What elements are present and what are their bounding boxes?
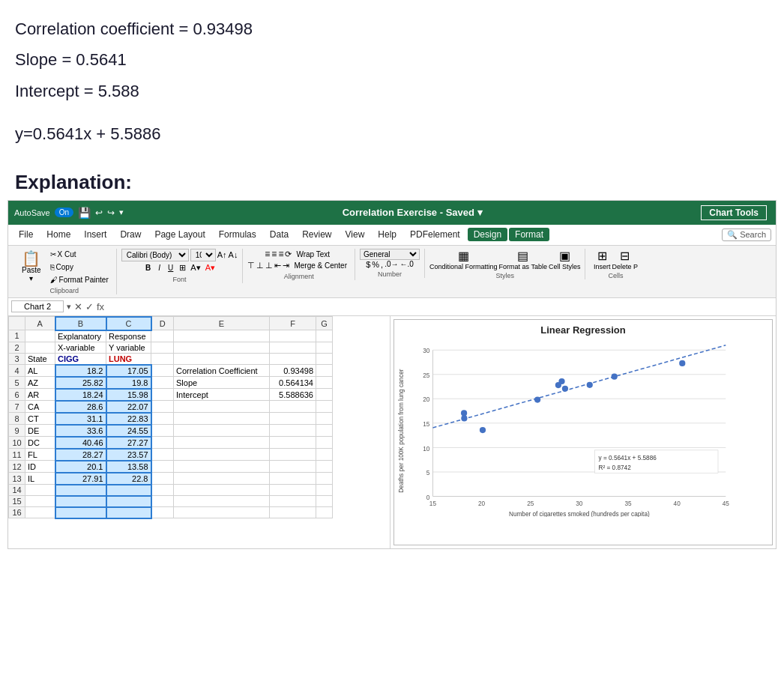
paste-dropdown-icon[interactable]: ▾ [29, 274, 33, 282]
col-header-e[interactable]: E [174, 317, 270, 330]
cell-b4[interactable]: 18.2 [55, 365, 106, 377]
font-family-select[interactable]: Calibri (Body) [121, 249, 189, 261]
cell-e2[interactable] [174, 342, 270, 353]
cell-b12[interactable]: 20.1 [55, 461, 106, 473]
col-header-g[interactable]: G [316, 317, 333, 330]
cell-b5[interactable]: 25.82 [55, 377, 106, 389]
cell-c4[interactable]: 17.05 [106, 365, 151, 377]
cell-f14[interactable] [270, 485, 316, 496]
bold-button[interactable]: B [142, 262, 154, 273]
cell-b8[interactable]: 31.1 [55, 413, 106, 425]
cell-e16[interactable] [174, 507, 270, 518]
cell-a5[interactable]: AZ [25, 377, 55, 389]
cell-g8[interactable] [316, 413, 333, 425]
cell-c12[interactable]: 13.58 [106, 461, 151, 473]
cell-f4[interactable]: 0.93498 [270, 365, 316, 377]
undo-icon[interactable]: ↩ [95, 208, 103, 218]
cell-a7[interactable]: CA [25, 401, 55, 413]
border-icon[interactable]: ⊞ [178, 261, 187, 274]
cell-f6[interactable]: 5.588636 [270, 389, 316, 401]
menu-draw[interactable]: Draw [114, 228, 147, 241]
menu-data[interactable]: Data [264, 228, 295, 241]
cell-g10[interactable] [316, 437, 333, 449]
underline-button[interactable]: U [165, 262, 176, 273]
col-header-b[interactable]: B [55, 317, 106, 330]
cell-e9[interactable] [174, 425, 270, 437]
cell-f2[interactable] [270, 342, 316, 353]
cell-c11[interactable]: 23.57 [106, 449, 151, 461]
cell-a12[interactable]: ID [25, 461, 55, 473]
cell-e6[interactable]: Intercept [174, 389, 270, 401]
cell-f9[interactable] [270, 425, 316, 437]
chart-area[interactable]: Linear Regression Deaths per 100K popula… [391, 316, 776, 548]
cell-a15[interactable] [25, 496, 55, 507]
menu-formulas[interactable]: Formulas [213, 228, 262, 241]
currency-icon[interactable]: $ [366, 260, 370, 269]
menu-insert[interactable]: Insert [78, 228, 112, 241]
cell-b9[interactable]: 33.6 [55, 425, 106, 437]
cell-c2[interactable]: Y variable [106, 342, 151, 353]
fill-color-icon[interactable]: A▾ [189, 261, 202, 274]
increase-decimal-icon[interactable]: .0→ [385, 260, 398, 268]
top-align-icon[interactable]: ⊤ [247, 261, 255, 270]
cell-a14[interactable] [25, 485, 55, 496]
cell-g7[interactable] [316, 401, 333, 413]
cell-f7[interactable] [270, 401, 316, 413]
name-box[interactable] [11, 300, 64, 312]
cell-g13[interactable] [316, 473, 333, 485]
function-icon[interactable]: fx [97, 301, 104, 312]
col-header-a[interactable]: A [25, 317, 55, 330]
cell-c3[interactable]: LUNG [106, 353, 151, 365]
cell-b7[interactable]: 28.6 [55, 401, 106, 413]
cell-g6[interactable] [316, 389, 333, 401]
cell-f10[interactable] [270, 437, 316, 449]
cell-f16[interactable] [270, 507, 316, 518]
cell-d8[interactable] [151, 413, 174, 425]
cell-f1[interactable] [270, 330, 316, 342]
cell-d11[interactable] [151, 449, 174, 461]
comma-icon[interactable]: , [381, 260, 383, 269]
cell-a10[interactable]: DC [25, 437, 55, 449]
cell-b3[interactable]: CIGG [55, 353, 106, 365]
cell-a6[interactable]: AR [25, 389, 55, 401]
cell-a2[interactable] [25, 342, 55, 353]
cell-e15[interactable] [174, 496, 270, 507]
cell-g15[interactable] [316, 496, 333, 507]
menu-home[interactable]: Home [40, 228, 76, 241]
cell-d12[interactable] [151, 461, 174, 473]
cell-a1[interactable] [25, 330, 55, 342]
cell-c8[interactable]: 22.83 [106, 413, 151, 425]
cell-b14[interactable] [55, 485, 106, 496]
cell-f8[interactable] [270, 413, 316, 425]
cell-a3[interactable]: State [25, 353, 55, 365]
conditional-formatting-btn[interactable]: ▦ Conditional Formatting [429, 249, 498, 270]
cell-b2[interactable]: X-variable [55, 342, 106, 353]
cell-f11[interactable] [270, 449, 316, 461]
angle-icon[interactable]: ⟳ [285, 249, 292, 259]
cell-e7[interactable] [174, 401, 270, 413]
cell-e3[interactable] [174, 353, 270, 365]
cell-e8[interactable] [174, 413, 270, 425]
cell-a16[interactable] [25, 507, 55, 518]
cell-f3[interactable] [270, 353, 316, 365]
insert-button[interactable]: ⊞ Insert [594, 249, 611, 270]
copy-button[interactable]: ⎘ Copy [47, 261, 112, 273]
cell-a4[interactable]: AL [25, 365, 55, 377]
mid-align-icon[interactable]: ⊥ [256, 261, 264, 270]
menu-help[interactable]: Help [372, 228, 402, 241]
indent-dec-icon[interactable]: ⇤ [274, 261, 281, 270]
cell-d9[interactable] [151, 425, 174, 437]
cell-g14[interactable] [316, 485, 333, 496]
cell-f13[interactable] [270, 473, 316, 485]
cell-c1[interactable]: Response [106, 330, 151, 342]
align-left-icon[interactable]: ≡ [265, 249, 270, 259]
save-icon[interactable]: 💾 [78, 207, 91, 219]
cell-b10[interactable]: 40.46 [55, 437, 106, 449]
cell-d15[interactable] [151, 496, 174, 507]
cell-d6[interactable] [151, 389, 174, 401]
cell-g5[interactable] [316, 377, 333, 389]
cell-c13[interactable]: 22.8 [106, 473, 151, 485]
menu-pdfelement[interactable]: PDFelement [404, 228, 466, 241]
cell-a9[interactable]: DE [25, 425, 55, 437]
cell-d7[interactable] [151, 401, 174, 413]
